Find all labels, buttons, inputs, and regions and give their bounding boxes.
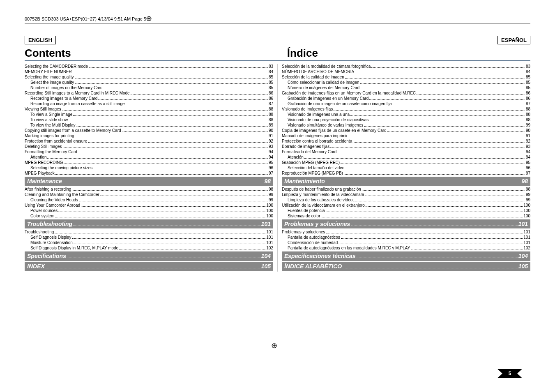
toc-label: Color system [30,213,54,219]
toc-page: 100 [266,213,273,219]
toc-entry: NÚMERO DE ARCHIVO DE MEMORIA84 [282,69,530,74]
toc-entry: Selecting the CAMCORDER mode83 [25,64,273,69]
toc-page: 88 [269,106,273,112]
toc-page: 88 [526,112,530,117]
toc-page: 99 [526,197,530,203]
toc-page: 86 [526,90,530,96]
toc-label: Deleting Still images [25,144,62,149]
toc-label: Después de haber finalizado una grabació… [282,187,361,192]
toc-entry: Deleting Still images93 [25,144,273,149]
toc-page: 85 [526,85,530,90]
toc-entry: Reproducción MPEG (MPEG PB)97 [282,171,530,176]
section-troubleshooting: Troubleshooting 101 [25,219,273,228]
toc-label: MPEG Playback [25,171,55,176]
toc-page: 93 [269,144,273,149]
toc-label: MPEG RECORDING [25,160,63,165]
toc-page: 99 [269,192,273,197]
toc-entry: Formatting the Memory Card94 [25,149,273,154]
toc-page: 101 [266,229,273,235]
toc-page: 102 [266,245,273,251]
toc-label: Atención [288,154,304,160]
toc-label: Selección del tamaño del video [288,165,344,171]
toc-page: 92 [526,138,530,144]
toc-entry: Self Diagnosis Display in M.REC, M.PLAY … [25,245,273,251]
title-row: Contents Índice [25,47,530,60]
toc-page: 97 [526,171,530,176]
toc-entry: Formateado del Memory Card94 [282,149,530,154]
section-indice-alfabetico: ÍNDICE ALFABÉTICO 105 [282,262,530,271]
toc-label: Grabación de una imagen de un casete com… [288,101,392,106]
toc-entry: Selección de la modalidad de cámara foto… [282,64,530,69]
toc-entry: Atención94 [282,154,530,160]
toc-page: 94 [269,149,273,154]
header-text: 00752B SCD303 USA+ESP(01~27) 4/13/04 9:5… [25,16,530,21]
toc-label: Using Your Camcorder Abroad [25,203,80,208]
toc-entry: Borrado de imágenes fijas93 [282,144,530,149]
toc-label: After finishing a recording [25,187,71,192]
espanol-label: ESPAÑOL [497,36,530,44]
toc-label: Visionado simultáneo de varias imágenes [288,122,363,128]
toc-page: 91 [269,133,273,138]
toc-label: MEMORY FILE NUMBER [25,69,72,74]
toc-entry: MPEG Playback97 [25,171,273,176]
toc-page: 99 [269,197,273,203]
toc-label: To view the Multi Display [30,122,75,128]
toc-label: Visionado de una proyección de diapositi… [288,117,368,122]
section-mantenimiento: Mantenimiento 98 [282,177,530,186]
toc-page: 101 [266,240,273,245]
toc-page: 88 [526,106,530,112]
registration-mark-icon: ⊕ [146,14,152,23]
toc-entry: Sistemas de color100 [282,213,530,219]
right-maint-list: Después de haber finalizado una grabació… [282,187,530,219]
toc-label: Power sources [30,208,58,213]
left-toc-list: Selecting the CAMCORDER mode83MEMORY FIL… [25,64,273,176]
toc-entry: Marcado de imágenes para imprimir91 [282,133,530,138]
toc-page: 85 [269,80,273,85]
toc-entry: Fuentes de potencia100 [282,208,530,213]
toc-page: 88 [526,117,530,122]
toc-label: Number of images on the Memory Card [30,85,103,90]
toc-label: Selecting the moving picture sizes [30,165,92,171]
toc-entry: Attention94 [25,154,273,160]
contents-title: Contents [25,47,71,60]
toc-page: 86 [269,96,273,101]
toc-entry: Problemas y soluciones101 [282,229,530,235]
toc-page: 85 [526,80,530,85]
toc-label: Cómo seleccionar la calidad de imagen [288,80,359,85]
toc-label: Condensación de humedad [288,240,338,245]
toc-page: 92 [269,138,273,144]
toc-entry: Selección del tamaño del video96 [282,165,530,171]
toc-page: 99 [526,122,530,128]
toc-entry: To view a slide show88 [25,117,273,122]
toc-page: 86 [269,90,273,96]
registration-mark-icon: ⊕ [271,341,277,350]
toc-page: 101 [523,235,530,240]
toc-entry: Recording an image from a cassette as a … [25,101,273,106]
toc-page: 85 [526,74,530,80]
toc-page: 101 [523,229,530,235]
toc-entry: Moisture Condensation101 [25,240,273,245]
toc-entry: Protection from accidental erasure92 [25,138,273,144]
toc-entry: Cómo seleccionar la calidad de imagen85 [282,80,530,85]
left-maint-list: After finishing a recording98Cleaning an… [25,187,273,219]
toc-entry: Visionado simultáneo de varias imágenes9… [282,122,530,128]
toc-label: Copying still images from a cassette to … [25,128,121,133]
toc-page: 95 [526,160,530,165]
toc-page: 90 [526,128,530,133]
toc-page: 94 [526,149,530,154]
toc-page: 87 [269,101,273,106]
toc-entry: Grabación de imágenes fijas en un Memory… [282,90,530,96]
toc-page: 84 [269,69,273,74]
toc-page: 100 [523,203,530,208]
toc-label: Grabación MPEG (MPEG REC) [282,160,340,165]
language-row: ENGLISH ESPAÑOL [25,36,530,44]
toc-label: Limpieza de los cabezales de vídeo [288,197,352,203]
toc-entry: Número de imágenes del Memory Card85 [282,85,530,90]
toc-entry: Protección contra el borrado accidenta92 [282,138,530,144]
toc-label: Marcado de imágenes para imprimir [282,133,348,138]
toc-entry: Selecting the moving picture sizes96 [25,165,273,171]
toc-entry: Power sources100 [25,208,273,213]
toc-entry: Pantalla de autodiagnósticos en las moda… [282,245,530,251]
toc-label: Formateado del Memory Card [282,149,336,154]
toc-label: Recording Still images to a Memory Card … [25,90,130,96]
